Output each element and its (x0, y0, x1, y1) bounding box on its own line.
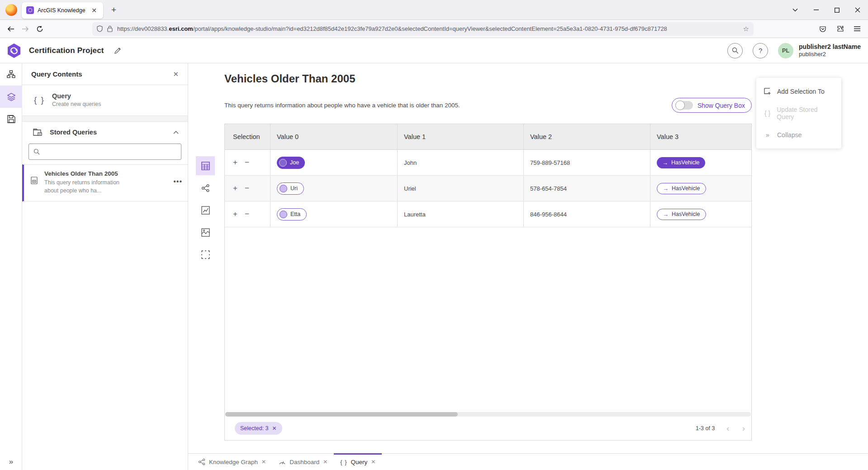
horizontal-scrollbar[interactable] (225, 412, 751, 417)
tab-title: ArcGIS Knowledge Studio (38, 7, 86, 14)
left-rail: » (0, 63, 22, 470)
arrow-icon: → (663, 185, 669, 192)
stored-query-options-icon[interactable]: ••• (173, 177, 182, 186)
content-tab-strip: Knowledge Graph ✕ Dashboard ✕ { } Query … (188, 453, 868, 470)
edit-title-pencil-icon[interactable] (114, 47, 121, 54)
remove-from-selection-button[interactable]: − (245, 184, 249, 193)
map-view-icon[interactable] (196, 223, 215, 242)
rail-layers-icon[interactable] (0, 86, 22, 108)
add-selection-icon (764, 88, 772, 95)
query-item-subtitle: Create new queries (52, 101, 101, 107)
relationship-pill[interactable]: →HasVehicle (657, 183, 706, 194)
table-view-icon[interactable] (196, 156, 215, 175)
menu-item-update-stored-query[interactable]: { } Update Stored Query (756, 101, 841, 126)
rail-data-model-icon[interactable] (0, 63, 22, 86)
entity-pill[interactable]: Etta (277, 208, 307, 221)
tab-knowledge-graph[interactable]: Knowledge Graph ✕ (192, 454, 272, 470)
firefox-icon[interactable] (5, 4, 17, 16)
tab-query[interactable]: { } Query ✕ (334, 454, 382, 470)
window-close-button[interactable] (847, 0, 868, 20)
tracking-shield-icon[interactable] (97, 25, 103, 32)
panel-close-icon[interactable]: ✕ (173, 70, 179, 78)
selected-count-chip[interactable]: Selected: 3 ✕ (235, 422, 282, 435)
lock-icon[interactable] (107, 25, 113, 32)
expand-rail-icon[interactable]: » (0, 457, 22, 466)
user-username: publisher2 (799, 51, 861, 58)
app-header: Certification Project ? PL publisher2 la… (0, 38, 868, 63)
tab-close-icon[interactable]: ✕ (90, 6, 99, 15)
extensions-puzzle-icon[interactable] (833, 22, 847, 36)
menu-item-collapse[interactable]: » Collapse (756, 126, 841, 144)
relationship-pill[interactable]: →HasVehicle (657, 209, 706, 220)
add-to-selection-button[interactable]: + (233, 158, 237, 167)
close-tab-icon[interactable]: ✕ (371, 459, 375, 465)
window-maximize-button[interactable] (826, 0, 847, 20)
main-area: Vehicles Older Than 2005 This query retu… (188, 63, 868, 470)
braces-icon: { } (340, 459, 347, 465)
relationship-pill[interactable]: →HasVehicle (657, 157, 705, 168)
stored-query-icon (30, 177, 38, 184)
graph-view-icon[interactable] (196, 178, 215, 197)
pagination-range: 1-3 of 3 (696, 425, 715, 432)
select-view-icon[interactable] (196, 245, 215, 264)
table-row: + − Etta Lauretta 846-956-8644 →HasVehic… (225, 201, 751, 227)
stored-query-title: Vehicles Older Than 2005 (44, 170, 135, 177)
user-menu[interactable]: PL publisher2 lastName publisher2 (778, 43, 861, 58)
menu-item-add-selection-to[interactable]: Add Selection To (756, 82, 841, 101)
reload-icon[interactable] (33, 22, 47, 36)
stored-query-item[interactable]: Vehicles Older Than 2005 This query retu… (22, 164, 188, 201)
column-header-value3[interactable]: Value 3 (650, 124, 751, 149)
scrollbar-thumb[interactable] (225, 412, 458, 417)
column-header-value2[interactable]: Value 2 (524, 124, 650, 149)
help-button[interactable]: ? (753, 43, 768, 58)
remove-from-selection-button[interactable]: − (245, 210, 249, 219)
chart-view-icon[interactable] (196, 201, 215, 220)
list-tabs-icon[interactable] (785, 0, 806, 20)
arrow-icon: → (662, 159, 668, 166)
add-to-selection-button[interactable]: + (233, 184, 237, 193)
menu-hamburger-icon[interactable] (850, 22, 864, 36)
pocket-icon[interactable] (816, 22, 830, 36)
chevron-up-icon[interactable] (173, 131, 179, 134)
search-input[interactable] (43, 149, 176, 155)
page-title: Vehicles Older Than 2005 (224, 72, 752, 85)
show-query-box-toggle[interactable]: Show Query Box (672, 98, 752, 113)
bookmark-star-icon[interactable]: ☆ (743, 25, 749, 33)
page-description: This query returns information about peo… (224, 102, 672, 109)
arcgis-favicon: ⬡ (26, 6, 34, 14)
window-minimize-button[interactable] (806, 0, 826, 20)
add-to-selection-button[interactable]: + (233, 210, 237, 219)
folder-icon (33, 128, 43, 136)
table-row: + − Joe John 759-889-57168 →HasVehicle (225, 150, 751, 176)
cell-name: John (404, 159, 417, 166)
remove-from-selection-button[interactable]: − (245, 158, 249, 167)
cell-phone: 578-654-7854 (530, 185, 567, 192)
rail-save-icon[interactable] (0, 108, 22, 130)
query-create-item[interactable]: { } Query Create new queries (22, 85, 188, 115)
url-bar[interactable]: https://dev0028833.esri.com/portal/apps/… (92, 22, 754, 36)
show-query-box-label: Show Query Box (697, 102, 745, 109)
section-divider (22, 115, 188, 122)
new-tab-button[interactable]: + (109, 4, 118, 16)
column-header-value0[interactable]: Value 0 (270, 124, 398, 149)
entity-pill[interactable]: Joe (277, 157, 305, 169)
browser-tab[interactable]: ⬡ ArcGIS Knowledge Studio ✕ (22, 2, 103, 19)
forward-icon[interactable] (18, 22, 33, 36)
toggle-track-icon (676, 101, 693, 110)
close-tab-icon[interactable]: ✕ (323, 459, 327, 465)
search-button[interactable] (727, 43, 743, 58)
entity-pill[interactable]: Uri (277, 182, 304, 195)
url-text: https://dev0028833.esri.com/portal/apps/… (117, 25, 740, 32)
close-tab-icon[interactable]: ✕ (261, 459, 266, 465)
back-icon[interactable] (4, 22, 18, 36)
search-icon (33, 149, 40, 155)
column-header-selection[interactable]: Selection (225, 124, 270, 149)
page-next-icon[interactable]: › (742, 423, 745, 433)
clear-selection-icon[interactable]: ✕ (272, 425, 277, 432)
page-previous-icon[interactable]: ‹ (726, 423, 729, 433)
stored-queries-header[interactable]: Stored Queries (22, 122, 188, 141)
collapse-chevrons-icon: » (764, 131, 772, 139)
stored-queries-search[interactable] (28, 144, 181, 160)
column-header-value1[interactable]: Value 1 (398, 124, 524, 149)
tab-dashboard[interactable]: Dashboard ✕ (272, 454, 334, 470)
